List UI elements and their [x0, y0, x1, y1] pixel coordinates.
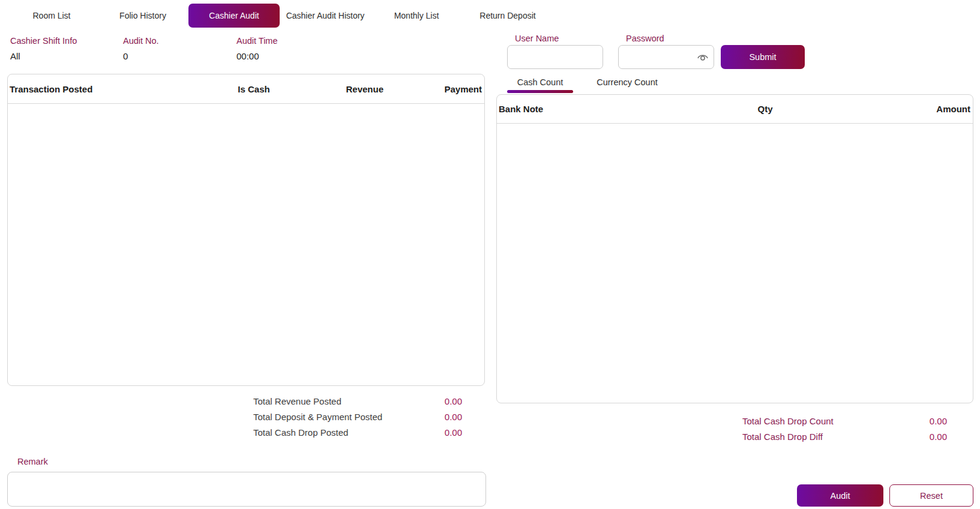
transactions-table-body: [8, 104, 484, 385]
remark-input[interactable]: [7, 472, 486, 507]
cashier-shift-info-label: Cashier Shift Info: [10, 36, 77, 46]
tab-cash-count[interactable]: Cash Count: [507, 76, 573, 89]
column-header-amount: Amount: [825, 104, 973, 114]
column-header-bank-note: Bank Note: [497, 104, 705, 114]
active-tab-underline: [507, 90, 573, 93]
audit-time-value: 00:00: [236, 51, 278, 61]
tab-cashier-audit-history[interactable]: Cashier Audit History: [280, 4, 371, 28]
tab-monthly-list[interactable]: Monthly List: [371, 4, 462, 28]
total-revenue-posted-value: 0.00: [445, 396, 462, 406]
audit-no-value: 0: [123, 51, 159, 61]
field-audit-time: Audit Time 00:00: [236, 36, 278, 61]
cash-count-table-header: Bank Note Qty Amount: [497, 95, 973, 124]
field-audit-no: Audit No. 0: [123, 36, 159, 61]
field-cashier-shift-info: Cashier Shift Info All: [10, 36, 77, 61]
total-deposit-payment-posted-value: 0.00: [445, 412, 462, 422]
cash-drop-totals: Total Cash Drop Count 0.00 Total Cash Dr…: [742, 413, 947, 444]
total-cash-drop-posted-label: Total Cash Drop Posted: [253, 427, 348, 438]
submit-button[interactable]: Submit: [721, 45, 805, 69]
tab-room-list[interactable]: Room List: [6, 4, 97, 28]
audit-time-label: Audit Time: [236, 36, 278, 46]
cash-count-table-body: [497, 124, 973, 403]
remark-label: Remark: [17, 457, 48, 466]
audit-no-label: Audit No.: [123, 36, 159, 46]
total-revenue-posted-label: Total Revenue Posted: [253, 396, 341, 406]
username-label: User Name: [515, 34, 559, 43]
reset-button[interactable]: Reset: [889, 484, 973, 507]
eye-icon[interactable]: [696, 50, 709, 64]
total-cash-drop-diff-row: Total Cash Drop Diff 0.00: [742, 429, 947, 444]
total-cash-drop-diff-label: Total Cash Drop Diff: [742, 432, 823, 442]
column-header-is-cash: Is Cash: [194, 84, 314, 94]
column-header-revenue: Revenue: [314, 84, 386, 94]
tab-currency-count[interactable]: Currency Count: [591, 76, 663, 89]
total-cash-drop-posted-row: Total Cash Drop Posted 0.00: [253, 424, 462, 440]
total-cash-drop-count-value: 0.00: [930, 416, 947, 426]
column-header-transaction-posted: Transaction Posted: [8, 84, 194, 94]
main-tabbar: Room List Folio History Cashier Audit Ca…: [6, 4, 553, 28]
total-deposit-payment-posted-row: Total Deposit & Payment Posted 0.00: [253, 409, 462, 424]
password-field-wrap: [618, 45, 714, 69]
posted-totals: Total Revenue Posted 0.00 Total Deposit …: [253, 393, 462, 440]
audit-button[interactable]: Audit: [797, 484, 883, 507]
column-header-qty: Qty: [705, 104, 825, 114]
username-input[interactable]: [507, 45, 603, 69]
password-label: Password: [626, 34, 664, 43]
column-header-payment: Payment: [386, 84, 484, 94]
tab-return-deposit[interactable]: Return Deposit: [462, 4, 553, 28]
cash-count-table: Bank Note Qty Amount: [496, 94, 973, 403]
cashier-shift-info-value: All: [10, 51, 77, 61]
tab-folio-history[interactable]: Folio History: [97, 4, 188, 28]
total-cash-drop-diff-value: 0.00: [930, 432, 947, 442]
total-cash-drop-count-row: Total Cash Drop Count 0.00: [742, 413, 947, 429]
total-revenue-posted-row: Total Revenue Posted 0.00: [253, 393, 462, 409]
total-deposit-payment-posted-label: Total Deposit & Payment Posted: [253, 412, 382, 422]
total-cash-drop-posted-value: 0.00: [445, 427, 462, 438]
total-cash-drop-count-label: Total Cash Drop Count: [742, 416, 834, 426]
tab-cashier-audit[interactable]: Cashier Audit: [188, 4, 280, 28]
transactions-table: Transaction Posted Is Cash Revenue Payme…: [7, 74, 485, 386]
transactions-table-header: Transaction Posted Is Cash Revenue Payme…: [8, 74, 484, 104]
